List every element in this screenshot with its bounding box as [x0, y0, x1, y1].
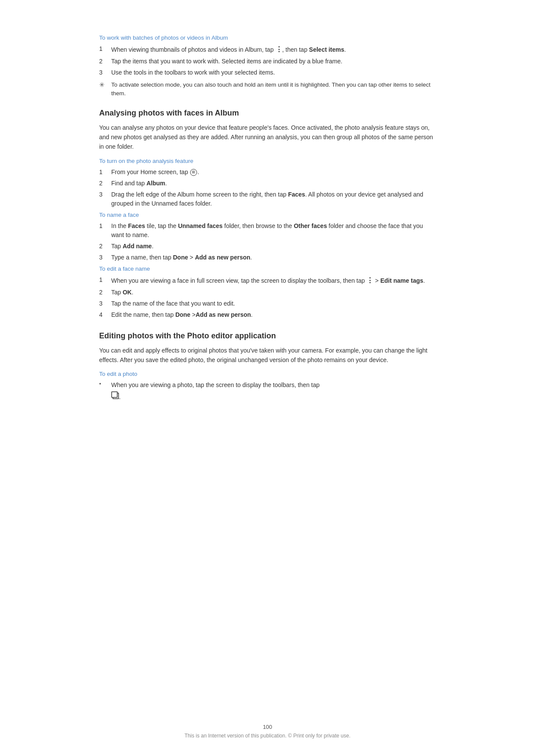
section2-intro: You can analyse any photos on your devic…	[99, 123, 436, 152]
step-number: 1	[99, 44, 111, 55]
step-content: Tap Add name.	[111, 242, 436, 251]
tip-text: To activate selection mode, you can also…	[111, 81, 436, 98]
step-number: 1	[99, 168, 111, 177]
section1-steps: 1 When viewing thumbnails of photos and …	[99, 44, 436, 77]
step-content: Drag the left edge of the Album home scr…	[111, 190, 436, 208]
step-number: 3	[99, 68, 111, 77]
step-content: Edit the name, then tap Done >Add as new…	[111, 310, 436, 319]
name-step-2: 2 Tap Add name.	[99, 242, 436, 251]
edit-face-steps: 1 When you are viewing a face in full sc…	[99, 275, 436, 319]
step-number: 2	[99, 288, 111, 297]
step-number: 3	[99, 190, 111, 208]
step-number: 1	[99, 275, 111, 286]
page-number: 100	[263, 724, 272, 730]
step-content: In the Faces tile, tap the Unnamed faces…	[111, 222, 436, 240]
edit-face-step-1: 1 When you are viewing a face in full sc…	[99, 275, 436, 286]
name-face-steps: 1 In the Faces tile, tap the Unnamed fac…	[99, 222, 436, 262]
tip-icon: ✳	[99, 81, 111, 89]
step-number: 2	[99, 179, 111, 188]
bullet-icon: •	[99, 381, 111, 387]
step-content: Use the tools in the toolbars to work wi…	[111, 68, 436, 77]
page-footer: 100 This is an Internet version of this …	[0, 724, 535, 739]
apps-icon: ⊞	[190, 169, 197, 176]
step-content: Tap the name of the face that you want t…	[111, 299, 436, 308]
step-content: Find and tap Album.	[111, 179, 436, 188]
step-1-2: 2 Tap the items that you want to work wi…	[99, 57, 436, 66]
step-content: From your Home screen, tap ⊞ .	[111, 168, 436, 177]
step-content: When you are viewing a face in full scre…	[111, 275, 436, 286]
step-number: 3	[99, 253, 111, 262]
edit-face-step-2: 2 Tap OK.	[99, 288, 436, 297]
analysis-step-2: 2 Find and tap Album.	[99, 179, 436, 188]
section1-link[interactable]: To work with batches of photos or videos…	[99, 34, 436, 41]
section3-heading: Editing photos with the Photo editor app…	[99, 331, 436, 341]
subsection-name-face-link[interactable]: To name a face	[99, 212, 436, 218]
subsection-edit-photo-link[interactable]: To edit a photo	[99, 371, 436, 377]
edit-face-step-4: 4 Edit the name, then tap Done >Add as n…	[99, 310, 436, 319]
tip-row: ✳ To activate selection mode, you can al…	[99, 81, 436, 98]
step-number: 2	[99, 242, 111, 251]
analysis-steps: 1 From your Home screen, tap ⊞ . 2 Find …	[99, 168, 436, 208]
step-content: Type a name, then tap Done > Add as new …	[111, 253, 436, 262]
bullet-text: When you are viewing a photo, tap the sc…	[111, 381, 319, 402]
step-number: 2	[99, 57, 111, 66]
edit-photo-bullet: • When you are viewing a photo, tap the …	[99, 381, 436, 402]
step-content: When viewing thumbnails of photos and vi…	[111, 44, 436, 55]
page-container: To work with batches of photos or videos…	[0, 0, 535, 756]
step-number: 1	[99, 222, 111, 240]
subsection-edit-face-link[interactable]: To edit a face name	[99, 266, 436, 272]
section3-block: Editing photos with the Photo editor app…	[99, 331, 436, 402]
section2-block: Analysing photos with faces in Album You…	[99, 109, 436, 319]
step-number: 4	[99, 310, 111, 319]
analysis-step-3: 3 Drag the left edge of the Album home s…	[99, 190, 436, 208]
subsection-analysis-link[interactable]: To turn on the photo analysis feature	[99, 158, 436, 164]
section2-heading: Analysing photos with faces in Album	[99, 109, 436, 118]
step-content: Tap OK.	[111, 288, 436, 297]
step-number: 3	[99, 299, 111, 308]
edit-photo-icon	[111, 391, 119, 402]
edit-face-step-3: 3 Tap the name of the face that you want…	[99, 299, 436, 308]
step-1-1: 1 When viewing thumbnails of photos and …	[99, 44, 436, 55]
name-step-1: 1 In the Faces tile, tap the Unnamed fac…	[99, 222, 436, 240]
footer-note: This is an Internet version of this publ…	[185, 733, 350, 739]
step-content: Tap the items that you want to work with…	[111, 57, 436, 66]
step-1-3: 3 Use the tools in the toolbars to work …	[99, 68, 436, 77]
svg-rect-0	[112, 392, 117, 397]
name-step-3: 3 Type a name, then tap Done > Add as ne…	[99, 253, 436, 262]
analysis-step-1: 1 From your Home screen, tap ⊞ .	[99, 168, 436, 177]
section1-block: To work with batches of photos or videos…	[99, 34, 436, 98]
section3-intro: You can edit and apply effects to origin…	[99, 346, 436, 365]
